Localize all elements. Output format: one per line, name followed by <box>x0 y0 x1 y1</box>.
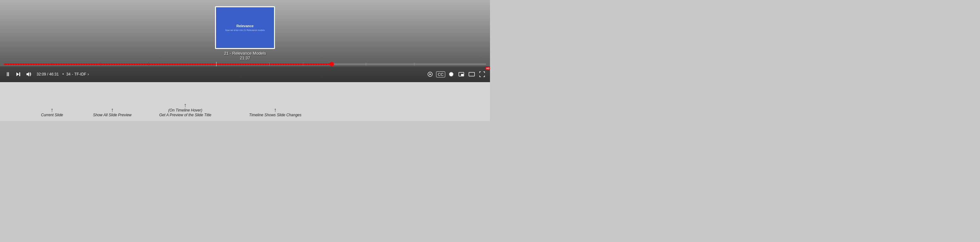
slide-preview-image: Relevance Now we enter into 21 Relevance… <box>215 6 275 49</box>
annotation-show-preview: ↑ Show All Slide Preview <box>93 107 132 118</box>
svg-rect-7 <box>461 74 463 76</box>
svg-marker-2 <box>27 72 29 77</box>
autoplay-button[interactable] <box>426 70 434 79</box>
chapter-marker-5 <box>269 63 270 66</box>
arrow-timeline-hover: ↑ <box>184 103 187 108</box>
timeline-track[interactable] <box>4 64 486 65</box>
svg-marker-4 <box>430 73 431 75</box>
slide-preview-label: 21 - Relevance Models <box>224 51 266 56</box>
timeline-played-dashes <box>4 64 332 65</box>
annotation-timeline-changes: ↑ Timeline Shows Slide Changes <box>249 107 301 118</box>
arrow-show-preview: ↑ <box>111 107 114 113</box>
slide-info[interactable]: 34 - TF-IDF › <box>66 72 89 77</box>
pause-button[interactable]: ⏸ <box>4 70 12 79</box>
arrow-timeline-changes: ↑ <box>274 107 277 113</box>
right-controls: CC HD <box>426 70 486 79</box>
controls-bar: ⏸ 32:09 / 46:31 • 34 - <box>0 66 490 82</box>
svg-marker-0 <box>16 72 19 76</box>
slide-preview-time: 21:37 <box>240 56 250 60</box>
timeline-thumb[interactable] <box>329 62 334 66</box>
slide-chevron-icon: › <box>88 72 89 77</box>
annotation-timeline-hover-line2: Get A Preview of the Slide Title <box>159 113 211 118</box>
annotation-current-slide-label: Current Slide <box>41 113 63 118</box>
svg-rect-8 <box>469 72 474 76</box>
video-player: Relevance Now we enter into 21 Relevance… <box>0 0 490 82</box>
annotation-current-slide: ↑ Current Slide <box>41 107 63 118</box>
volume-button[interactable] <box>25 70 33 79</box>
arrow-current-slide: ↑ <box>51 107 54 113</box>
chapter-marker-7 <box>366 63 366 66</box>
chapter-marker-1 <box>216 62 216 66</box>
svg-rect-1 <box>19 72 20 76</box>
slide-separator: - <box>72 72 73 77</box>
slide-preview-tooltip: Relevance Now we enter into 21 Relevance… <box>215 6 275 60</box>
annotations-section: ↑ Current Slide ↑ Show All Slide Preview… <box>0 82 490 121</box>
annotation-timeline-hover-line1: (On Timeline Hover) <box>169 108 202 113</box>
timeline-container[interactable] <box>0 62 490 66</box>
separator-dot: • <box>62 72 64 77</box>
next-button[interactable] <box>14 71 22 78</box>
annotation-show-preview-label: Show All Slide Preview <box>93 113 132 118</box>
total-time: 46:31 <box>49 72 59 77</box>
slide-number: 34 <box>66 72 70 77</box>
chapter-marker-4 <box>148 63 149 66</box>
annotation-timeline-changes-label: Timeline Shows Slide Changes <box>249 113 301 118</box>
slide-preview-title: Relevance <box>237 24 253 28</box>
chapter-marker-2 <box>52 63 52 66</box>
theater-button[interactable] <box>467 71 476 78</box>
miniplayer-button[interactable] <box>457 71 465 78</box>
slide-preview-subtitle: Now we enter into 21 Relevance models <box>225 29 264 31</box>
hd-badge: HD <box>485 67 490 70</box>
chapter-marker-8 <box>414 63 414 66</box>
annotation-timeline-hover: ↑ (On Timeline Hover) Get A Preview of t… <box>159 103 211 118</box>
slide-name: TF-IDF <box>75 72 86 77</box>
time-display: 32:09 / 46:31 <box>37 72 59 77</box>
fullscreen-button[interactable] <box>478 70 486 79</box>
current-time: 32:09 <box>37 72 46 77</box>
cc-button[interactable]: CC <box>436 71 445 77</box>
settings-button[interactable]: HD <box>447 70 455 79</box>
